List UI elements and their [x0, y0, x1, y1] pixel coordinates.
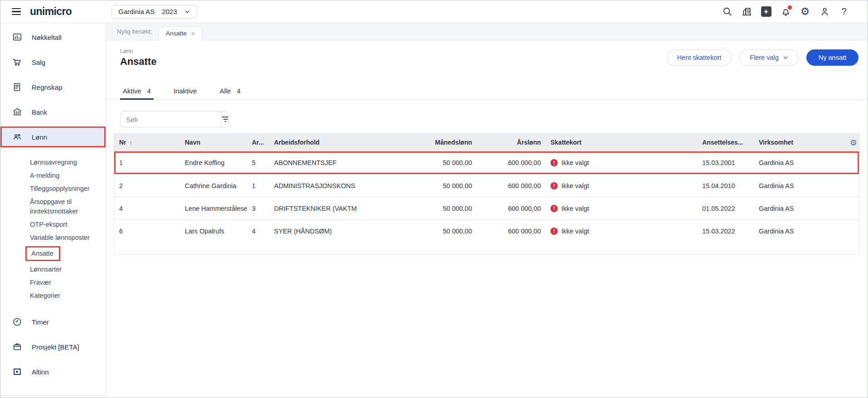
skattekort-status-label: Ikke valgt [561, 182, 589, 189]
error-icon: ! [550, 205, 558, 212]
sidebar-item-label: Timer [32, 318, 49, 326]
close-icon[interactable]: × [191, 30, 195, 37]
sidebar-subitem-label: A-melding [30, 172, 59, 179]
cell-arbeidsforhold: DRIFTSTEKNIKER (VAKTM [269, 205, 391, 212]
topbar-icon-group: + ⚙ ? [722, 6, 849, 17]
cell-manedslonn: 50 000,00 [391, 228, 477, 235]
search-box [120, 111, 229, 127]
sidebar-item-prosjekt[interactable]: Prosjekt [BETA] [0, 336, 106, 357]
fiscal-year: 2023 [162, 8, 177, 15]
cell-skattekort: !Ikke valgt [545, 205, 697, 212]
recently-visited-label: Nylig besøkt: [117, 28, 152, 35]
cell-ansettelsesdato: 01.05.2022 [697, 205, 754, 212]
filter-icon[interactable] [222, 112, 229, 127]
add-tile-icon[interactable]: + [761, 6, 772, 17]
search-icon[interactable] [722, 6, 733, 17]
settings-gear-icon[interactable]: ⚙ [800, 6, 810, 17]
cell-ansettelsesdato: 15.03.2001 [697, 159, 754, 166]
sidebar-item-regnskap[interactable]: Regnskap [0, 77, 106, 97]
sidebar-item-lonn[interactable]: Lønn [0, 126, 106, 147]
sidebar-subitem-lonnsarter[interactable]: Lønnsarter [0, 263, 106, 276]
sidebar-subitem-ansatte[interactable]: Ansatte [0, 244, 106, 263]
table-row[interactable]: 2Cathrine Gardinia1ADMINISTRASJONSKONS50… [114, 174, 859, 197]
column-header-label: Ansettelses... [702, 139, 743, 146]
column-header-virksomhet[interactable]: Virksomhet [754, 139, 844, 146]
company-selector[interactable]: Gardinia AS 2023 [111, 5, 197, 19]
column-header-label: Skattekort [550, 139, 581, 146]
sidebar-item-salg[interactable]: Salg [0, 52, 106, 73]
column-header-nr[interactable]: Nr↑ [114, 139, 180, 146]
column-header-ansettelsesdato[interactable]: Ansettelses... [697, 139, 754, 146]
flere-valg-button[interactable]: Flere valg [739, 49, 799, 66]
column-header-label: Årslønn [517, 139, 541, 146]
sidebar-footer-divider [0, 395, 106, 396]
table-row[interactable]: 1Endre Koffing5ABONNEMENTSJEF50 000,0060… [114, 151, 859, 174]
help-icon[interactable]: ? [839, 6, 849, 17]
sidebar-subitem-otp-eksport[interactable]: OTP-eksport [0, 218, 106, 231]
sidebar-subitem-tilleggsopplysninger[interactable]: Tilleggsopplysninger [0, 182, 106, 195]
sidebar-item-timer[interactable]: Timer [0, 311, 106, 332]
column-header-label: Ar... [252, 139, 264, 146]
user-icon[interactable] [819, 6, 830, 17]
column-header-arslonn[interactable]: Årslønn [477, 139, 545, 146]
sidebar-subitem-arsoppgave[interactable]: Årsoppgave til inntektsmottaker [0, 195, 106, 218]
sidebar-item-nokkeltall[interactable]: Nøkkeltall [0, 27, 106, 48]
cell-virksomhet: Gardinia AS [754, 228, 844, 235]
hent-skattekort-button[interactable]: Hent skattekort [667, 49, 732, 66]
sidebar-subitem-label: Årsoppgave til inntektsmottaker [30, 198, 78, 215]
sidebar-subitem-label: Kategorier [30, 292, 60, 299]
cell-arslonn: 600 000,00 [477, 228, 545, 235]
column-header-label: Arbeidsforhold [274, 139, 319, 146]
column-header-skattekort[interactable]: Skattekort [545, 139, 697, 146]
sidebar-subitem-label: Variable lønnsposter [30, 234, 90, 241]
tab-inaktive[interactable]: Inaktive [171, 87, 200, 100]
ny-ansatt-button[interactable]: Ny ansatt [806, 49, 858, 66]
sidebar-subitem-lonnsavregning[interactable]: Lønnsavregning [0, 156, 106, 169]
column-header-ar[interactable]: Ar... [247, 139, 269, 146]
cell-nr: 2 [114, 182, 180, 189]
cell-virksomhet: Gardinia AS [754, 205, 844, 212]
skattekort-status-label: Ikke valgt [561, 228, 589, 235]
sidebar-subitem-label: OTP-eksport [30, 221, 67, 228]
table-row[interactable]: 6Lars Opalrufs4SYER (HÅNDSØM)50 000,0060… [114, 219, 859, 242]
app-logo: unimicro [30, 5, 72, 18]
search-input[interactable] [121, 112, 222, 127]
cell-ansettelsesdato: 15.04.2010 [697, 182, 754, 189]
column-header-manedslonn[interactable]: Månedslønn [391, 139, 477, 146]
company-name: Gardinia AS [118, 8, 154, 15]
sidebar-item-altinn[interactable]: Altinn [0, 361, 106, 382]
flere-valg-label: Flere valg [750, 54, 779, 61]
ny-ansatt-label: Ny ansatt [819, 54, 846, 61]
table-row[interactable]: 4Lene Hammerstålesen3DRIFTSTEKNIKER (VAK… [114, 197, 859, 219]
cell-ar: 4 [247, 228, 269, 235]
menu-icon[interactable] [12, 8, 21, 15]
table-settings-gear-icon[interactable]: ⚙ [844, 138, 860, 147]
recent-tab-ansatte[interactable]: Ansatte × [159, 26, 203, 40]
company-building-icon[interactable] [741, 6, 752, 17]
cell-nr: 4 [114, 205, 180, 212]
sidebar-subitem-kategorier[interactable]: Kategorier [0, 289, 106, 302]
lonn-submenu: LønnsavregningA-meldingTilleggsopplysnin… [0, 151, 106, 308]
cart-icon [12, 57, 22, 67]
sidebar-item-bank[interactable]: Bank [0, 102, 106, 122]
column-header-navn[interactable]: Navn [180, 139, 247, 146]
tab-aktive[interactable]: Aktive4 [120, 87, 154, 100]
sidebar-subitem-label: Lønnsarter [30, 266, 62, 273]
cell-nr: 6 [114, 228, 180, 235]
column-header-arbeidsforhold[interactable]: Arbeidsforhold [269, 139, 391, 146]
sidebar-subitem-a-melding[interactable]: A-melding [0, 169, 106, 182]
sidebar-subitem-variable-lonnsposter[interactable]: Variable lønnsposter [0, 231, 106, 244]
recent-tab-title: Ansatte [166, 30, 187, 37]
cell-navn: Lene Hammerstålesen [180, 205, 247, 212]
sidebar-subitem-fravaer[interactable]: Fravær [0, 276, 106, 289]
notifications-bell-icon[interactable] [780, 6, 791, 17]
cell-manedslonn: 50 000,00 [391, 205, 477, 212]
column-header-label: Virksomhet [759, 139, 793, 146]
skattekort-status-label: Ikke valgt [561, 205, 589, 212]
breadcrumb: Lønn [120, 48, 157, 55]
cell-arbeidsforhold: SYER (HÅNDSØM) [269, 228, 391, 235]
chevron-down-icon [783, 55, 788, 60]
topbar: unimicro Gardinia AS 2023 + ⚙ [0, 0, 868, 23]
tab-label: Aktive [123, 87, 141, 95]
tab-alle[interactable]: Alle4 [217, 87, 243, 100]
